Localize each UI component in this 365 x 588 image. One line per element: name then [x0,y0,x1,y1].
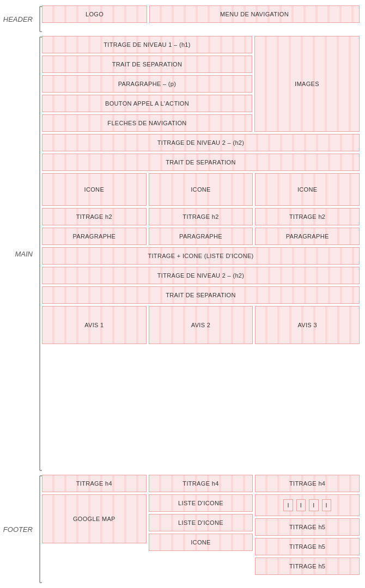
section3-separator: TRAIT DE SEPARATION [42,286,360,304]
main-section: MAIN TITRAGE DE NIVEAU 1 – (h1) TRAIT DE… [5,36,360,471]
footer-col3-h5-2: TITRAGE h5 [255,538,360,555]
icon-box-2: ICONE [149,173,253,206]
footer-content: TITRAGE h4 GOOGLE MAP TITRAGE h4 LISTE D… [42,475,360,584]
avis-3: AVIS 3 [255,306,360,344]
main-label: MAIN [5,36,35,471]
logo-box: LOGO [42,5,147,23]
titrage-h2-1: TITRAGE h2 [42,208,147,225]
hero-paragraph: PARAGRAPHE – (p) [42,75,252,93]
icon-box-1: ICONE [42,173,147,206]
footer-col2: TITRAGE h4 LISTE D'ICONE LISTE D'ICONE I… [149,475,253,575]
footer-icon-2: I [296,499,306,511]
footer-section: FOOTER TITRAGE h4 GOOGLE MAP [5,475,360,584]
footer-col1-titrage: TITRAGE h4 [42,475,147,492]
footer-col2-liste2: LISTE D'ICONE [149,514,253,531]
main-content: TITRAGE DE NIVEAU 1 – (h1) TRAIT DE SEPA… [42,36,360,471]
nav-box: MENU DE NAVIGATION [149,5,360,23]
hero-title: TITRAGE DE NIVEAU 1 – (h1) [42,36,252,53]
main-bracket [35,36,42,471]
header-label: HEADER [5,5,35,33]
titrage-h2-3: TITRAGE h2 [255,208,360,225]
hero-images: IMAGES [254,36,360,132]
section2-title: TITRAGE DE NIVEAU 2 – (h2) [42,134,360,151]
paragraphe-1: PARAGRAPHE [42,228,147,245]
titrage-h2-2: TITRAGE h2 [149,208,253,225]
icon-list-row: TITRAGE + ICONE (LISTE D'ICONE) [42,247,360,265]
footer-col3-icons-row: I I I I [255,494,360,516]
footer-col2-titrage: TITRAGE h4 [149,475,253,492]
footer-col3: TITRAGE h4 I I I I TITRAGE h5 [255,475,360,575]
hero-nav-arrows[interactable]: FLECHES DE NAVIGATION [42,114,252,132]
footer-icon-3: I [309,499,318,511]
footer-label: FOOTER [5,475,35,584]
avis-1: AVIS 1 [42,306,147,344]
section2-separator: TRAIT DE SEPARATION [42,154,360,171]
hero-separator: TRAIT DE SEPARATION [42,56,252,73]
avis-grid: AVIS 1 AVIS 2 AVIS 3 [42,306,360,344]
footer-col3-h5-3: TITRAGE h5 [255,558,360,575]
paragraphe-3: PARAGRAPHE [255,228,360,245]
section3-title: TITRAGE DE NIVEAU 2 – (h2) [42,267,360,284]
avis-2: AVIS 2 [149,306,253,344]
footer-icon-1: I [283,499,293,511]
hero-subsection: TITRAGE DE NIVEAU 1 – (h1) TRAIT DE SEPA… [42,36,360,132]
hero-cta[interactable]: BOUTON APPEL A L'ACTION [42,95,252,112]
footer-icon-4: I [322,499,331,511]
footer-bracket [35,475,42,584]
footer-col2-icone: ICONE [149,534,253,551]
footer-col3-h5-1: TITRAGE h5 [255,518,360,536]
hero-left: TITRAGE DE NIVEAU 1 – (h1) TRAIT DE SEPA… [42,36,252,132]
icons-grid: ICONE ICONE ICONE [42,173,360,206]
header-bracket [35,5,42,33]
icon-box-3: ICONE [255,173,360,206]
paragraphe-2: PARAGRAPHE [149,228,253,245]
footer-col1: TITRAGE h4 GOOGLE MAP [42,475,147,575]
header-content: LOGO MENU DE NAVIGATION [42,5,360,33]
header-section: HEADER LOGO MENU DE NAVIGATION [5,5,360,33]
footer-col1-map: GOOGLE MAP [42,494,147,543]
footer-col3-titrage: TITRAGE h4 [255,475,360,492]
paragraphe-grid: PARAGRAPHE PARAGRAPHE PARAGRAPHE [42,228,360,245]
header-grid: LOGO MENU DE NAVIGATION [42,5,360,23]
titrage-h2-grid: TITRAGE h2 TITRAGE h2 TITRAGE h2 [42,208,360,225]
footer-grid: TITRAGE h4 GOOGLE MAP TITRAGE h4 LISTE D… [42,475,360,575]
footer-col2-liste1: LISTE D'ICONE [149,494,253,512]
